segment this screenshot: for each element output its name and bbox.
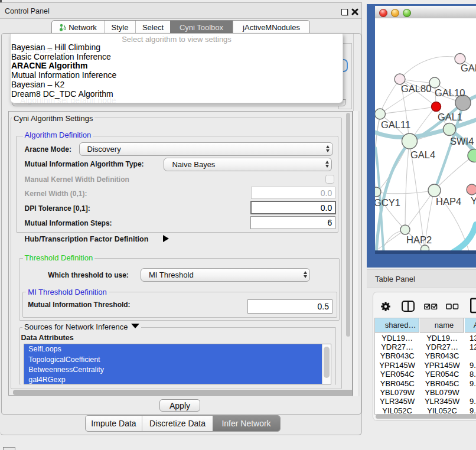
svg-text:GAL4: GAL4 <box>410 149 435 160</box>
svg-text:GAL11: GAL11 <box>381 119 410 130</box>
svg-text:GAL1: GAL1 <box>438 112 462 122</box>
svg-text:GCY1: GCY1 <box>375 197 400 208</box>
svg-text:HAP4: HAP4 <box>436 196 461 207</box>
svg-text:GAL10: GAL10 <box>435 87 465 98</box>
svg-text:GAL7: GAL7 <box>461 63 476 73</box>
svg-text:GAL80: GAL80 <box>401 83 431 94</box>
svg-text:HAP2: HAP2 <box>406 234 432 245</box>
svg-text:Y: Y <box>471 195 476 206</box>
svg-text:SWI4: SWI4 <box>450 136 474 146</box>
